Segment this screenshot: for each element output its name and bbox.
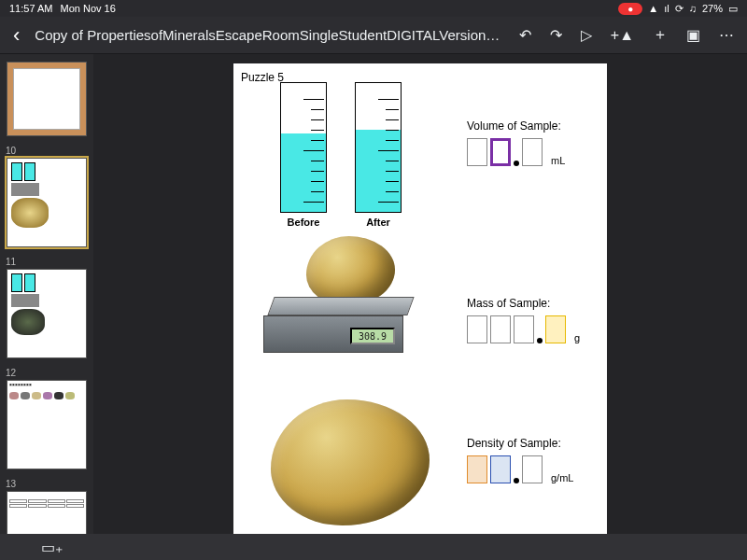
thumbnail[interactable] (4, 62, 90, 136)
battery-icon: ▭ (728, 3, 738, 15)
sync-icon: ⟳ (675, 3, 684, 15)
comments-button[interactable]: ▣ (686, 26, 700, 44)
slide[interactable]: Puzzle 5 Mineral Properties Puzzle 5 30 … (233, 63, 607, 549)
main-area: 10 11 12 ▣▣▣▣▣▣▣▣ 1 (0, 54, 747, 560)
bottom-bar: ▭₊ (0, 534, 747, 560)
present-button[interactable]: ▷ (581, 26, 592, 44)
status-date: Mon Nov 16 (60, 3, 115, 14)
answer-box[interactable] (522, 455, 543, 483)
unit-g: g (574, 332, 580, 343)
answer-box[interactable] (490, 455, 511, 483)
add-button[interactable]: ＋ (653, 25, 668, 45)
cellular-icon: ıl (664, 3, 669, 14)
answer-box[interactable] (467, 455, 487, 483)
answer-box[interactable] (467, 315, 487, 343)
share-person-button[interactable]: +▲ (611, 27, 634, 44)
answer-box[interactable] (545, 315, 566, 343)
mineral-sample-large-icon (271, 399, 430, 525)
volume-label: Volume of Sample: (467, 119, 565, 133)
scale: 308.9 (271, 297, 430, 353)
thumbnail-strip[interactable]: 10 11 12 ▣▣▣▣▣▣▣▣ 1 (0, 54, 93, 560)
new-slide-button[interactable]: ▭₊ (41, 539, 63, 556)
answer-box[interactable] (490, 138, 511, 166)
mic-indicator[interactable]: ● (618, 3, 642, 15)
headphones-icon: ♫ (689, 3, 697, 14)
back-button[interactable]: ‹ (13, 23, 20, 48)
status-bar: 11:57 AM Mon Nov 16 ● ▲ ıl ⟳ ♫ 27% ▭ (0, 0, 747, 17)
slide-canvas[interactable]: Puzzle 5 Mineral Properties Puzzle 5 30 … (93, 54, 747, 560)
cylinder-after: 50 40 30 After (355, 82, 402, 228)
answer-box[interactable] (467, 138, 487, 166)
cylinder-before: 30 20 10 Before (280, 82, 327, 228)
decimal-dot (514, 161, 519, 166)
app-toolbar: ‹ Copy of PropertiesofMineralsEscapeRoom… (0, 17, 747, 54)
document-title[interactable]: Copy of PropertiesofMineralsEscapeRoomSi… (35, 27, 503, 43)
mass-label: Mass of Sample: (467, 297, 580, 310)
redo-button[interactable]: ↷ (550, 26, 562, 44)
more-button[interactable]: ⋯ (719, 26, 734, 44)
unit-ml: mL (551, 155, 565, 166)
before-label: Before (288, 217, 320, 228)
thumbnail[interactable]: 10 (4, 146, 90, 247)
after-label: After (366, 217, 390, 228)
density-label: Density of Sample: (467, 437, 573, 450)
thumbnail[interactable]: 12 ▣▣▣▣▣▣▣▣ (4, 368, 90, 469)
unit-gml: g/mL (551, 473, 573, 483)
puzzle-title: Puzzle 5 (241, 71, 284, 84)
decimal-dot (514, 478, 519, 483)
answer-box[interactable] (514, 315, 534, 343)
decimal-dot (537, 338, 543, 343)
answer-box[interactable] (522, 138, 543, 166)
mineral-sample-icon (306, 236, 395, 306)
scale-readout: 308.9 (350, 328, 395, 344)
status-time: 11:57 AM (9, 3, 52, 14)
wifi-icon: ▲ (648, 3, 658, 14)
thumbnail[interactable]: 11 (4, 257, 90, 358)
answer-box[interactable] (490, 315, 511, 343)
battery-pct: 27% (702, 3, 723, 14)
undo-button[interactable]: ↶ (519, 26, 531, 44)
